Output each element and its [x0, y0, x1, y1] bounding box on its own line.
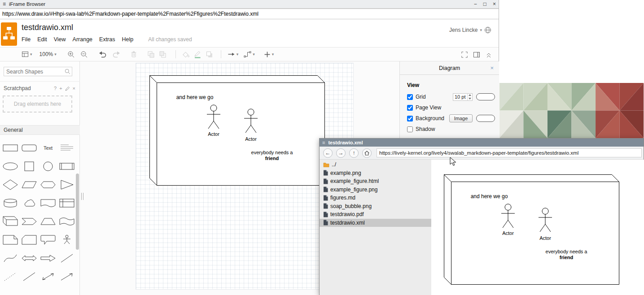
fill-color-button[interactable] [182, 51, 190, 58]
image-button[interactable]: Image [449, 114, 473, 122]
shape-triangle[interactable] [57, 175, 76, 194]
shape-trapezoid[interactable] [39, 212, 57, 230]
format-panel-close-icon[interactable]: × [490, 65, 494, 71]
zoom-in-button[interactable] [67, 51, 75, 58]
menu-extras[interactable]: Extras [99, 36, 115, 43]
file-row-parent[interactable]: ../ [320, 161, 431, 169]
box-label[interactable]: and here we go [176, 94, 214, 100]
shape-textbox[interactable] [57, 139, 76, 157]
scratchpad-help-icon[interactable]: ? [54, 86, 57, 91]
file-row[interactable]: figures.md [320, 194, 431, 202]
shape-rectangle[interactable] [1, 139, 20, 157]
caption-line2[interactable]: friend [265, 156, 279, 161]
menu-edit[interactable]: Edit [37, 36, 47, 43]
line-color-button[interactable] [194, 51, 202, 58]
shape-card[interactable] [20, 230, 39, 249]
page-view-checkbox[interactable] [407, 105, 413, 111]
to-back-button[interactable] [159, 51, 166, 58]
file-browser-url-input[interactable] [377, 148, 642, 157]
shape-tape[interactable] [57, 212, 76, 230]
shape-internal-storage[interactable] [57, 194, 76, 212]
caption-line1[interactable]: everybody needs a [251, 150, 294, 155]
user-menu[interactable]: Jens Lincke ▾ [449, 26, 491, 34]
file-row-selected[interactable]: testdrawio.xml [320, 219, 431, 227]
actor-right-label[interactable]: Actor [245, 136, 257, 142]
window-titlebar[interactable]: ≡ iFrame Browser − □ × [0, 0, 499, 9]
page-view-dropdown[interactable]: ▾ [22, 51, 32, 58]
search-icon[interactable] [65, 69, 70, 74]
shape-cloud[interactable] [20, 194, 39, 212]
undo-button[interactable] [99, 50, 107, 58]
grid-checkbox[interactable] [407, 94, 413, 100]
scratchpad-close-icon[interactable]: × [73, 86, 75, 91]
shape-ellipse[interactable] [1, 157, 20, 175]
shape-callout[interactable] [39, 230, 57, 249]
cube-shape[interactable] [150, 76, 325, 186]
insert-dropdown[interactable]: ▾ [264, 51, 274, 58]
zoom-dropdown[interactable]: 100% ▾ [39, 51, 57, 57]
shape-bidirectional-thin-arrow[interactable] [39, 267, 57, 286]
shape-circle[interactable] [39, 157, 57, 175]
shape-line[interactable] [20, 267, 39, 286]
format-panel-toggle-icon[interactable] [473, 51, 480, 58]
forward-button[interactable]: → [336, 148, 346, 158]
redo-button[interactable] [112, 50, 120, 58]
file-row[interactable]: example_figure.html [320, 177, 431, 186]
sidebar-scrollbar[interactable] [76, 174, 79, 250]
connection-dropdown[interactable]: ▾ [228, 51, 239, 58]
scratchpad-add-icon[interactable]: + [59, 86, 62, 91]
user-name[interactable]: Jens Lincke [449, 27, 478, 33]
shape-actor[interactable] [57, 230, 76, 249]
file-browser-titlebar[interactable]: ≡ testdrawio.xml [320, 139, 644, 147]
shape-step[interactable] [20, 212, 39, 230]
shape-parallelogram[interactable] [20, 175, 39, 194]
minimize-button[interactable]: − [474, 0, 477, 9]
shape-bidirectional-arrow[interactable] [20, 249, 39, 267]
scratchpad-dropzone[interactable]: Drag elements here [3, 95, 72, 113]
section-general[interactable]: General [0, 125, 80, 135]
shape-cube[interactable] [1, 212, 20, 230]
shape-cylinder[interactable] [1, 194, 20, 212]
to-front-button[interactable] [147, 51, 155, 58]
shape-arrow[interactable] [39, 249, 57, 267]
file-row[interactable]: soap_bubble.png [320, 202, 431, 211]
hamburger-icon[interactable]: ≡ [322, 140, 325, 145]
collapse-toolbar-icon[interactable] [485, 51, 492, 58]
up-button[interactable]: ↑ [349, 148, 359, 158]
menu-view[interactable]: View [54, 36, 66, 43]
file-row[interactable]: testdrawio.pdf [320, 210, 431, 219]
globe-icon[interactable] [484, 26, 491, 34]
file-row[interactable]: example.png [320, 169, 431, 178]
shadow-checkbox[interactable] [407, 126, 413, 132]
grid-color-swatch[interactable] [476, 93, 495, 100]
waypoints-dropdown[interactable]: ▾ [244, 51, 255, 58]
menu-help[interactable]: Help [122, 36, 134, 43]
address-input[interactable] [0, 9, 499, 19]
sidebar-splitter-handle[interactable] [81, 193, 83, 200]
shape-diagonal-line[interactable] [57, 249, 76, 267]
shape-curve[interactable] [1, 249, 20, 267]
back-button[interactable]: ← [323, 148, 333, 158]
shadow-button[interactable] [206, 51, 213, 58]
shape-note[interactable] [1, 230, 20, 249]
hamburger-icon[interactable]: ≡ [3, 1, 6, 7]
shape-document[interactable] [39, 194, 57, 212]
close-button[interactable]: × [493, 0, 496, 9]
shape-process[interactable] [57, 157, 76, 175]
shape-diamond[interactable] [1, 175, 20, 194]
fullscreen-icon[interactable] [461, 51, 468, 58]
delete-button[interactable] [130, 51, 137, 58]
shape-rounded-rectangle[interactable] [20, 139, 39, 157]
actor-left-label[interactable]: Actor [208, 131, 219, 137]
background-color-swatch[interactable] [476, 115, 495, 122]
file-row[interactable]: example_figure.png [320, 186, 431, 194]
tab-diagram[interactable]: Diagram [400, 61, 499, 75]
menu-arrange[interactable]: Arrange [73, 36, 92, 43]
shape-hexagon[interactable] [39, 175, 57, 194]
search-input[interactable] [4, 67, 72, 76]
zoom-out-button[interactable] [80, 51, 88, 58]
home-button[interactable] [362, 148, 372, 158]
menu-file[interactable]: File [22, 36, 31, 43]
background-checkbox[interactable] [407, 116, 413, 121]
grid-size-stepper[interactable] [467, 94, 472, 100]
